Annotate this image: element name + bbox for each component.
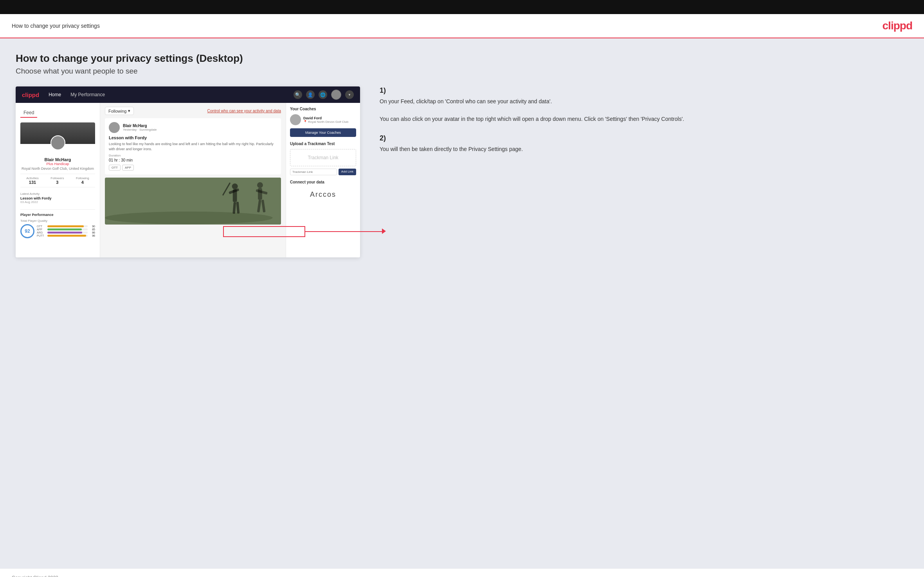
following-button[interactable]: Following ▾ [105,107,134,115]
feed-tab[interactable]: Feed [20,108,37,118]
player-performance: Player Performance Total Player Quality … [20,209,95,238]
app-mockup: clippd Home My Performance 🔍 👤 🌐 ▼ [16,86,360,257]
nav-item-performance[interactable]: My Performance [70,92,105,97]
bar-app-label: APP [37,228,46,231]
search-icon[interactable]: 🔍 [294,90,302,99]
following-bar: Following ▾ Control who can see your act… [105,107,281,115]
feed-card: Blair McHarg Yesterday · Sunningdale Les… [105,118,281,174]
latest-activity-date: 03 Aug 2022 [20,200,95,204]
coaches-section: Your Coaches David Ford 📍 Royal North De… [290,107,356,137]
instruction-1-number: 1) [380,86,908,95]
person-icon[interactable]: 👤 [306,90,315,99]
bar-ott-track [47,225,88,227]
coach-club-text: Royal North Devon Golf Club [308,120,348,124]
latest-activity-label: Latest Activity [20,192,95,196]
top-bar [0,0,924,14]
duration-tags: OTT APP [109,165,277,171]
content-grid: clippd Home My Performance 🔍 👤 🌐 ▼ [16,86,908,257]
copyright-text: Copyright Clippd 2022 [12,575,58,577]
bar-arg-label: ARG [37,231,46,234]
manage-coaches-button[interactable]: Manage Your Coaches [290,128,356,137]
bar-ott-label: OTT [37,225,46,228]
user-avatar[interactable] [331,90,341,100]
page-title: How to change your privacy settings [12,23,100,29]
svg-point-1 [105,212,273,224]
tag-ott: OTT [109,165,121,171]
app-body: Feed Blair McHarg Plus Handicap Royal No… [16,103,360,257]
chevron-down-icon[interactable]: ▼ [345,90,354,99]
tag-app: APP [122,165,134,171]
site-header: How to change your privacy settings clip… [0,14,924,38]
bar-arg-fill [47,232,82,234]
trackman-title: Upload a Trackman Test [290,142,356,146]
profile-stats: Activities 131 Followers 3 Following 4 [20,174,95,187]
connect-title: Connect your data [290,180,356,184]
bar-ott-fill [47,225,84,227]
feed-card-header: Blair McHarg Yesterday · Sunningdale [109,122,277,133]
perf-title: Player Performance [20,213,95,217]
quality-score: 92 [20,224,34,238]
svg-point-2 [232,183,238,189]
bar-putt-fill [47,235,86,237]
bar-putt-track [47,235,88,237]
instructions-panel: 1) On your Feed, click/tap on 'Control w… [372,86,908,165]
quality-row: 92 OTT 90 APP [20,224,95,238]
bar-putt-label: PUTT [37,234,46,237]
nav-item-home[interactable]: Home [49,92,61,97]
arrow-head [382,228,386,234]
app-sidebar: Feed Blair McHarg Plus Handicap Royal No… [16,103,100,257]
coach-name: David Ford [303,116,348,120]
coach-row: David Ford 📍 Royal North Devon Golf Club [290,114,356,125]
coach-info: David Ford 📍 Royal North Devon Golf Club [303,116,348,124]
trackman-input-row: Add Link [290,169,356,175]
feed-post-author-info: Blair McHarg Yesterday · Sunningdale [123,124,157,131]
bar-app: APP 85 [37,228,95,231]
instruction-2: 2) You will then be taken directly to th… [380,134,908,153]
control-privacy-link[interactable]: Control who can see your activity and da… [207,109,281,113]
latest-activity-name: Lesson with Fordy [20,196,95,200]
stat-following-label: Following [76,176,89,180]
stat-activities: Activities 131 [26,176,39,185]
stat-followers-value: 3 [50,180,64,185]
app-nav-logo: clippd [22,92,39,98]
stat-following: Following 4 [76,176,89,185]
app-nav: clippd Home My Performance 🔍 👤 🌐 ▼ [16,86,360,103]
trackman-section: Upload a Trackman Test Trackman Link Add… [290,142,356,175]
arccos-logo: Arccos [290,187,356,202]
bar-app-track [47,228,88,230]
hero-title: How to change your privacy settings (Des… [16,52,908,65]
coach-avatar [290,114,301,125]
instruction-2-text: You will then be taken directly to the P… [380,145,908,153]
stat-following-value: 4 [76,180,89,185]
trackman-upload-area: Trackman Link [290,149,356,166]
instruction-1: 1) On your Feed, click/tap on 'Control w… [380,86,908,123]
svg-point-8 [257,182,263,188]
profile-handicap: Plus Handicap [20,162,95,166]
duration-value: 01 hr : 30 min [109,158,277,162]
site-footer: Copyright Clippd 2022 [0,568,924,577]
nav-icons: 🔍 👤 🌐 ▼ [294,90,354,100]
instruction-2-number: 2) [380,134,908,142]
bar-putt: PUTT 96 [37,234,95,237]
app-feed: Following ▾ Control who can see your act… [100,103,286,257]
bar-ott-value: 90 [89,225,95,228]
app-right-panel: Your Coaches David Ford 📍 Royal North De… [286,103,360,257]
trackman-link-input[interactable] [290,169,337,175]
stat-activities-label: Activities [26,176,39,180]
instruction-1-text: On your Feed, click/tap on 'Control who … [380,97,908,123]
coaches-title: Your Coaches [290,107,356,111]
globe-icon[interactable]: 🌐 [319,90,327,99]
add-link-button[interactable]: Add Link [339,169,356,175]
following-label: Following [108,109,126,113]
bar-app-value: 85 [89,228,95,231]
profile-header [20,122,95,144]
bar-arg-value: 86 [89,231,95,234]
feed-post-meta: Yesterday · Sunningdale [123,128,157,131]
quality-label: Total Player Quality [20,219,95,223]
bar-ott: OTT 90 [37,225,95,228]
duration-label: Duration [109,154,277,157]
profile-info: Blair McHarg Plus Handicap Royal North D… [20,156,95,171]
bar-app-fill [47,228,82,230]
hero-subtitle: Choose what you want people to see [16,67,908,75]
bar-arg-track [47,232,88,234]
